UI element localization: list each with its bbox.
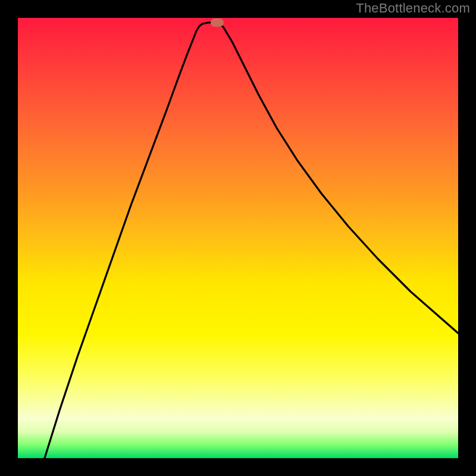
gradient-plot-area [18, 18, 458, 458]
watermark-text: TheBottleneck.com [356, 1, 470, 16]
chart-frame: TheBottleneck.com [0, 0, 476, 476]
optimal-point-marker [211, 18, 224, 27]
